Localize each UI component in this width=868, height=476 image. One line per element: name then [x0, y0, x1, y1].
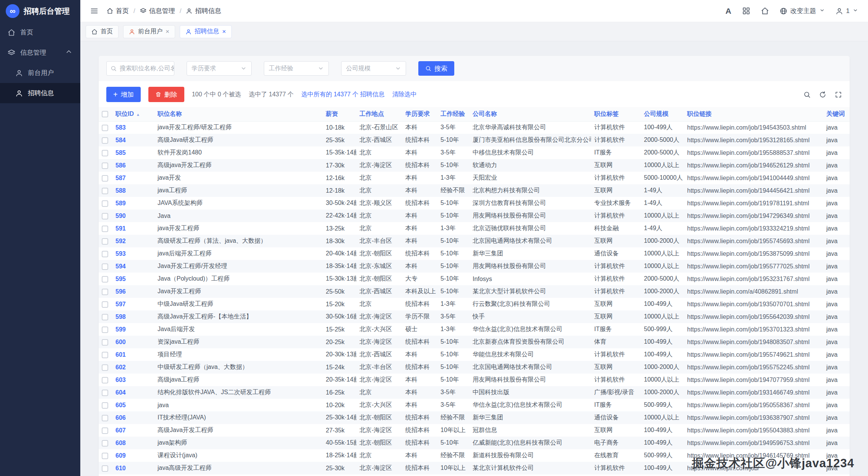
col-header-location[interactable]: 工作地点	[356, 107, 402, 121]
job-id-link[interactable]: 605	[112, 399, 154, 411]
job-id-link[interactable]: 598	[112, 310, 154, 323]
sort-asc-icon[interactable]: ▲	[136, 112, 140, 117]
select-all-checkbox[interactable]	[102, 111, 108, 117]
row-checkbox[interactable]	[102, 213, 108, 219]
row-checkbox[interactable]	[102, 137, 108, 144]
col-header-experience[interactable]: 工作经验	[437, 107, 470, 121]
breadcrumb-info-mgmt[interactable]: 信息管理	[140, 6, 175, 15]
job-id-link[interactable]: 587	[112, 172, 154, 184]
add-button[interactable]: + 增加	[106, 87, 141, 102]
breadcrumb-recruit-info[interactable]: 招聘信息	[186, 6, 221, 15]
menu-toggle-icon[interactable]	[90, 7, 98, 15]
search-button[interactable]: 搜索	[418, 61, 454, 76]
row-checkbox[interactable]	[102, 415, 108, 421]
job-id-link[interactable]: 585	[112, 146, 154, 159]
row-checkbox[interactable]	[102, 377, 108, 383]
experience-filter-select[interactable]: 工作经验	[264, 61, 329, 76]
job-id-link[interactable]: 608	[112, 437, 154, 449]
row-checkbox[interactable]	[102, 453, 108, 459]
row-checkbox[interactable]	[102, 263, 108, 270]
row-checkbox[interactable]	[102, 314, 108, 320]
row-checkbox[interactable]	[102, 402, 108, 409]
job-id-link[interactable]: 583	[112, 121, 154, 134]
close-icon[interactable]: ×	[166, 28, 169, 35]
job-id-link[interactable]: 610	[112, 462, 154, 474]
row-checkbox[interactable]	[102, 238, 108, 245]
col-header-job-id[interactable]: 职位ID▲	[112, 107, 154, 121]
job-id-link[interactable]: 604	[112, 386, 154, 399]
refresh-icon[interactable]	[819, 91, 826, 98]
row-checkbox[interactable]	[102, 390, 108, 396]
job-id-link[interactable]: 588	[112, 184, 154, 197]
col-header-company[interactable]: 公司名称	[470, 107, 591, 121]
row-checkbox[interactable]	[102, 327, 108, 333]
delete-button[interactable]: 删除	[148, 87, 184, 102]
sidebar-item-frontend-users[interactable]: 前台用户	[0, 63, 80, 83]
user-menu[interactable]: 1	[835, 7, 858, 15]
home-shortcut-icon[interactable]	[761, 7, 769, 15]
col-header-company-size[interactable]: 公司规模	[641, 107, 684, 121]
search-input[interactable]: 搜索职位名称,公司名称,工...	[106, 61, 174, 76]
select-all-link[interactable]: 选中所有的 14377 个 招聘信息	[301, 91, 385, 99]
clear-selection-link[interactable]: 清除选中	[392, 91, 417, 99]
job-id-link[interactable]: 600	[112, 336, 154, 348]
job-id-link[interactable]: 596	[112, 285, 154, 298]
tab-home[interactable]: 首页	[86, 25, 119, 38]
row-checkbox[interactable]	[102, 200, 108, 207]
row-checkbox[interactable]	[102, 301, 108, 308]
row-checkbox[interactable]	[102, 352, 108, 358]
row-checkbox[interactable]	[102, 125, 108, 131]
row-checkbox[interactable]	[102, 226, 108, 232]
tab-frontend-users[interactable]: 前台用户 ×	[123, 25, 175, 38]
row-checkbox[interactable]	[102, 251, 108, 257]
close-icon[interactable]: ×	[222, 28, 226, 35]
tab-recruit-info[interactable]: 招聘信息 ×	[180, 25, 232, 38]
sidebar-item-recruit-info[interactable]: 招聘信息	[0, 83, 80, 103]
apps-grid-icon[interactable]	[742, 7, 750, 15]
sidebar-item-home[interactable]: 首页	[0, 22, 80, 42]
row-checkbox[interactable]	[102, 162, 108, 169]
breadcrumb-home[interactable]: 首页	[107, 6, 129, 15]
col-header-education[interactable]: 学历要求	[402, 107, 437, 121]
col-header-job-title[interactable]: 职位名称	[154, 107, 323, 121]
company-size-filter-select[interactable]: 公司规模	[341, 61, 406, 76]
col-header-tag[interactable]: 职位标签	[591, 107, 641, 121]
job-id-link[interactable]: 593	[112, 247, 154, 260]
row-checkbox[interactable]	[102, 427, 108, 434]
row-checkbox[interactable]	[102, 289, 108, 295]
row-checkbox[interactable]	[102, 150, 108, 156]
job-id-link[interactable]: 592	[112, 235, 154, 247]
row-checkbox[interactable]	[102, 440, 108, 447]
col-header-salary[interactable]: 薪资	[323, 107, 356, 121]
row-checkbox[interactable]	[102, 339, 108, 346]
row-checkbox[interactable]	[102, 175, 108, 182]
job-id-link[interactable]: 611	[112, 474, 154, 476]
row-checkbox[interactable]	[102, 364, 108, 371]
table-search-icon[interactable]	[803, 91, 811, 98]
col-header-keyword[interactable]: 关键词	[823, 107, 850, 121]
job-id-link[interactable]: 599	[112, 323, 154, 336]
job-id-link[interactable]: 584	[112, 134, 154, 146]
job-id-link[interactable]: 591	[112, 222, 154, 235]
job-id-link[interactable]: 606	[112, 411, 154, 424]
job-id-link[interactable]: 602	[112, 361, 154, 374]
job-id-link[interactable]: 595	[112, 273, 154, 285]
job-id-link[interactable]: 603	[112, 374, 154, 386]
job-id-link[interactable]: 609	[112, 449, 154, 462]
job-id-link[interactable]: 589	[112, 197, 154, 210]
font-size-button[interactable]: A	[725, 6, 731, 16]
job-id-link[interactable]: 594	[112, 260, 154, 273]
fullscreen-icon[interactable]	[835, 91, 842, 98]
job-id-link[interactable]: 597	[112, 298, 154, 310]
col-header-job-link[interactable]: 职位链接	[684, 107, 823, 121]
job-id-link[interactable]: 607	[112, 424, 154, 437]
education-filter-select[interactable]: 学历要求	[187, 61, 252, 76]
row-checkbox[interactable]	[102, 465, 108, 472]
theme-switcher[interactable]: 改变主题	[780, 6, 825, 15]
sidebar-item-info-mgmt[interactable]: 信息管理	[0, 42, 80, 63]
job-id-link[interactable]: 586	[112, 159, 154, 172]
job-id-link[interactable]: 601	[112, 348, 154, 361]
row-checkbox[interactable]	[102, 276, 108, 283]
job-id-link[interactable]: 590	[112, 210, 154, 222]
row-checkbox[interactable]	[102, 188, 108, 194]
